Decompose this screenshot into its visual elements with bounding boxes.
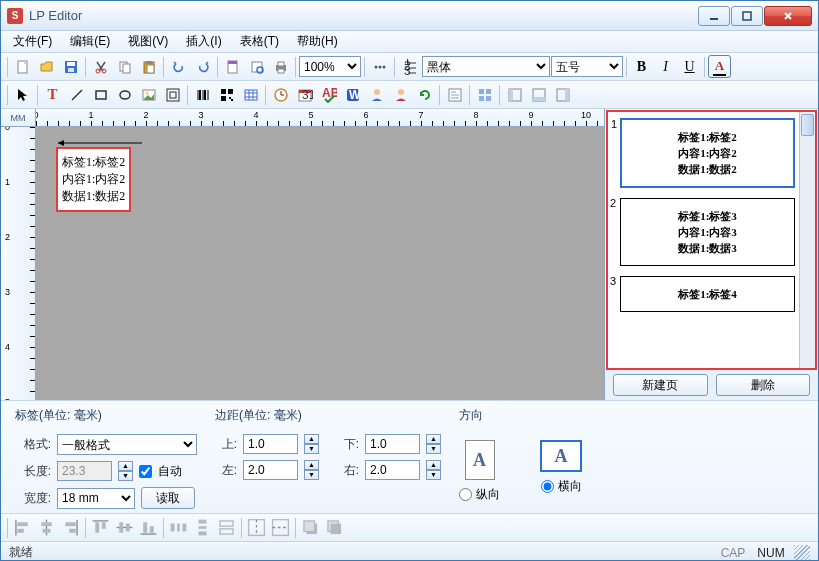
person-icon[interactable] [365,83,388,106]
numbering-icon[interactable]: 123 [398,55,421,78]
width-select[interactable]: 18 mm [57,488,135,509]
align-bottom-icon[interactable] [137,516,160,539]
num-indicator: NUM [752,546,790,560]
svg-point-65 [398,89,404,95]
menubar: 文件(F) 编辑(E) 视图(V) 插入(I) 表格(T) 帮助(H) [1,31,818,53]
menu-view[interactable]: 视图(V) [120,31,176,52]
font-color-button[interactable]: A [708,55,731,78]
layout2-icon[interactable] [527,83,550,106]
calendar-icon[interactable]: 31 [293,83,316,106]
bold-button[interactable]: B [630,55,653,78]
svg-rect-89 [69,529,76,533]
align-right-icon[interactable] [59,516,82,539]
save-icon[interactable] [59,55,82,78]
align-center-h-icon[interactable] [35,516,58,539]
frame-tool-icon[interactable] [161,83,184,106]
cut-icon[interactable] [89,55,112,78]
margin-bottom-input[interactable] [365,434,420,454]
same-width-icon[interactable] [215,516,238,539]
center-page-h-icon[interactable] [245,516,268,539]
new-page-button[interactable]: 新建页 [613,374,708,396]
align-top-icon[interactable] [89,516,112,539]
font-select[interactable]: 黑体 [422,56,550,77]
length-down[interactable]: ▼ [118,471,133,481]
preview-item[interactable]: 2标签1:标签3内容1:内容3数据1:数据3 [620,198,795,266]
delete-page-button[interactable]: 删除 [716,374,811,396]
menu-insert[interactable]: 插入(I) [178,31,229,52]
clock-icon[interactable] [269,83,292,106]
align-left-icon[interactable] [11,516,34,539]
statusbar: 就绪 CAP NUM [1,541,818,561]
rect-tool-icon[interactable] [89,83,112,106]
word-icon[interactable]: W [341,83,364,106]
margin-top-input[interactable] [243,434,298,454]
open-icon[interactable] [35,55,58,78]
form-icon[interactable] [443,83,466,106]
svg-rect-71 [486,89,491,94]
print-icon[interactable] [269,55,292,78]
svg-rect-105 [220,521,233,526]
ellipse-tool-icon[interactable] [113,83,136,106]
auto-checkbox[interactable] [139,465,152,478]
canvas-area[interactable]: MM 0123456789101112 012345 标签1:标签2 内容1:内… [1,109,604,400]
landscape-radio[interactable] [541,480,554,493]
zoom-select[interactable]: 100% [299,56,361,77]
length-input[interactable] [57,461,112,481]
undo-icon[interactable] [167,55,190,78]
font-size-select[interactable]: 五号 [551,56,623,77]
menu-table[interactable]: 表格(T) [232,31,287,52]
new-icon[interactable] [11,55,34,78]
menu-edit[interactable]: 编辑(E) [62,31,118,52]
refresh-icon[interactable] [413,83,436,106]
resize-grip[interactable] [794,545,810,561]
maximize-button[interactable] [731,6,763,26]
line-tool-icon[interactable] [65,83,88,106]
minimize-button[interactable] [698,6,730,26]
read-button[interactable]: 读取 [141,487,195,509]
text-tool-icon[interactable]: T [41,83,64,106]
layout3-icon[interactable] [551,83,574,106]
layout1-icon[interactable] [503,83,526,106]
app-icon: S [7,8,23,24]
page-setup-icon[interactable] [221,55,244,78]
label-line: 数据1:数据2 [62,188,125,205]
qrcode-icon[interactable] [215,83,238,106]
copy-icon[interactable] [113,55,136,78]
send-back-icon[interactable] [323,516,346,539]
margin-left-input[interactable] [243,460,298,480]
preview-scrollbar[interactable] [799,112,815,368]
align-middle-icon[interactable] [113,516,136,539]
distribute-h-icon[interactable] [167,516,190,539]
margin-right-input[interactable] [365,460,420,480]
underline-button[interactable]: U [678,55,701,78]
preview-item[interactable]: 1标签1:标签2内容1:内容2数据1:数据2 [620,118,795,188]
redo-icon[interactable] [191,55,214,78]
length-up[interactable]: ▲ [118,461,133,471]
close-button[interactable] [764,6,812,26]
svg-rect-85 [41,522,52,526]
svg-rect-99 [171,524,175,532]
menu-file[interactable]: 文件(F) [5,31,60,52]
paste-icon[interactable] [137,55,160,78]
distribute-v-icon[interactable] [191,516,214,539]
landscape-option[interactable]: A 横向 [540,440,582,503]
center-page-v-icon[interactable] [269,516,292,539]
italic-button[interactable]: I [654,55,677,78]
options-icon[interactable] [368,55,391,78]
spellcheck-icon[interactable]: ABC [317,83,340,106]
table-icon[interactable] [239,83,262,106]
print-preview-icon[interactable] [245,55,268,78]
portrait-radio[interactable] [459,488,472,501]
bring-front-icon[interactable] [299,516,322,539]
label-object[interactable]: 标签1:标签2 内容1:内容2 数据1:数据2 [56,147,131,212]
image-tool-icon[interactable] [137,83,160,106]
barcode-icon[interactable] [191,83,214,106]
grid-icon[interactable] [473,83,496,106]
pointer-tool-icon[interactable] [11,83,34,106]
preview-list[interactable]: 1标签1:标签2内容1:内容2数据1:数据22标签1:标签3内容1:内容3数据1… [606,110,817,370]
person2-icon[interactable] [389,83,412,106]
menu-help[interactable]: 帮助(H) [289,31,346,52]
format-select[interactable]: 一般格式 [57,434,197,455]
portrait-option[interactable]: A 纵向 [459,440,500,503]
preview-item[interactable]: 3标签1:标签4 [620,276,795,312]
